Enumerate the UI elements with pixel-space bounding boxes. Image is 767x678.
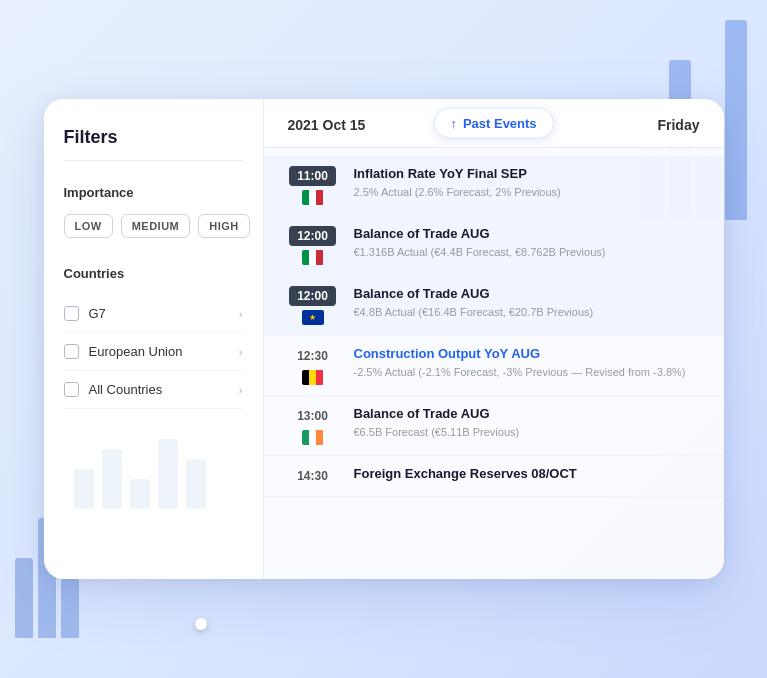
svg-rect-3 xyxy=(158,439,178,509)
eu-chevron-icon: › xyxy=(239,346,243,358)
event-time-block: 13:00 xyxy=(288,406,338,445)
event-row: 12:00 ★ Balance of Trade AUG €4.8B Actua… xyxy=(264,276,724,336)
event-title: Inflation Rate YoY Final SEP xyxy=(354,166,700,181)
ireland-flag-icon xyxy=(302,430,324,445)
event-title: Foreign Exchange Reserves 08/OCT xyxy=(354,466,700,481)
event-info: Balance of Trade AUG €4.8B Actual (€16.4… xyxy=(354,286,700,321)
event-row: 14:30 Foreign Exchange Reserves 08/OCT xyxy=(264,456,724,497)
event-detail: €1.316B Actual (€4.4B Forecast, €8.762B … xyxy=(354,244,700,261)
header-date: 2021 Oct 15 xyxy=(288,117,366,133)
countries-section: Countries G7 › European Union › All Co xyxy=(64,266,243,409)
all-countries-label: All Countries xyxy=(89,382,163,397)
event-time: 12:00 xyxy=(289,286,336,306)
past-events-arrow-icon: ↑ xyxy=(450,116,457,131)
event-title: Balance of Trade AUG xyxy=(354,286,700,301)
importance-medium-button[interactable]: MEDIUM xyxy=(121,214,191,238)
all-countries-chevron-icon: › xyxy=(239,384,243,396)
all-countries-checkbox[interactable] xyxy=(64,382,79,397)
event-time: 12:00 xyxy=(289,226,336,246)
countries-label: Countries xyxy=(64,266,243,281)
bar xyxy=(61,578,79,638)
bar xyxy=(15,558,33,638)
bar xyxy=(725,20,747,220)
event-title: Construction Output YoY AUG xyxy=(354,346,700,361)
event-row: 12:30 Construction Output YoY AUG -2.5% … xyxy=(264,336,724,396)
event-title: Balance of Trade AUG xyxy=(354,406,700,421)
importance-label: Importance xyxy=(64,185,243,200)
eu-label: European Union xyxy=(89,344,183,359)
event-time: 13:00 xyxy=(297,406,328,426)
svg-rect-0 xyxy=(74,469,94,509)
event-time-block: 14:30 xyxy=(288,466,338,486)
event-time: 11:00 xyxy=(289,166,336,186)
event-time: 14:30 xyxy=(297,466,328,486)
country-item-eu[interactable]: European Union › xyxy=(64,333,243,371)
event-row: 11:00 Inflation Rate YoY Final SEP 2.5% … xyxy=(264,156,724,216)
svg-rect-2 xyxy=(130,479,150,509)
event-title: Balance of Trade AUG xyxy=(354,226,700,241)
event-detail: 2.5% Actual (2.6% Forecast, 2% Previous) xyxy=(354,184,700,201)
sidebar-title: Filters xyxy=(64,127,243,161)
main-content: 2021 Oct 15 ↑ Past Events Friday 11:00 I… xyxy=(264,99,724,579)
event-time: 12:30 xyxy=(297,346,328,366)
past-events-button[interactable]: ↑ Past Events xyxy=(433,108,553,139)
header-day: Friday xyxy=(657,117,699,133)
main-card: Filters Importance LOW MEDIUM HIGH Count… xyxy=(44,99,724,579)
italy-flag-icon xyxy=(302,250,324,265)
event-time-block: 12:30 xyxy=(288,346,338,385)
events-list: 11:00 Inflation Rate YoY Final SEP 2.5% … xyxy=(264,148,724,579)
event-time-block: 11:00 xyxy=(288,166,338,205)
event-detail: €4.8B Actual (€16.4B Forecast, €20.7B Pr… xyxy=(354,304,700,321)
event-detail: €6.5B Forecast (€5.11B Previous) xyxy=(354,424,700,441)
event-info: Construction Output YoY AUG -2.5% Actual… xyxy=(354,346,700,381)
g7-label: G7 xyxy=(89,306,106,321)
bottom-indicator xyxy=(195,618,207,630)
sidebar: Filters Importance LOW MEDIUM HIGH Count… xyxy=(44,99,264,579)
g7-chevron-icon: › xyxy=(239,308,243,320)
event-info: Inflation Rate YoY Final SEP 2.5% Actual… xyxy=(354,166,700,201)
italy-flag-icon xyxy=(302,190,324,205)
event-info: Balance of Trade AUG €1.316B Actual (€4.… xyxy=(354,226,700,261)
importance-low-button[interactable]: LOW xyxy=(64,214,113,238)
svg-rect-1 xyxy=(102,449,122,509)
importance-high-button[interactable]: HIGH xyxy=(198,214,250,238)
g7-checkbox[interactable] xyxy=(64,306,79,321)
eu-checkbox[interactable] xyxy=(64,344,79,359)
event-row: 12:00 Balance of Trade AUG €1.316B Actua… xyxy=(264,216,724,276)
svg-rect-4 xyxy=(186,459,206,509)
event-row: 13:00 Balance of Trade AUG €6.5B Forecas… xyxy=(264,396,724,456)
past-events-label: Past Events xyxy=(463,116,537,131)
importance-buttons: LOW MEDIUM HIGH xyxy=(64,214,243,238)
eu-flag-icon: ★ xyxy=(302,310,324,325)
country-item-g7[interactable]: G7 › xyxy=(64,295,243,333)
event-info: Foreign Exchange Reserves 08/OCT xyxy=(354,466,700,484)
belgium-flag-icon xyxy=(302,370,324,385)
main-header: 2021 Oct 15 ↑ Past Events Friday xyxy=(264,99,724,148)
event-time-block: 12:00 xyxy=(288,226,338,265)
event-info: Balance of Trade AUG €6.5B Forecast (€5.… xyxy=(354,406,700,441)
event-time-block: 12:00 ★ xyxy=(288,286,338,325)
event-detail: -2.5% Actual (-2.1% Forecast, -3% Previo… xyxy=(354,364,700,381)
sidebar-chart-bg xyxy=(64,429,224,509)
country-item-all[interactable]: All Countries › xyxy=(64,371,243,409)
